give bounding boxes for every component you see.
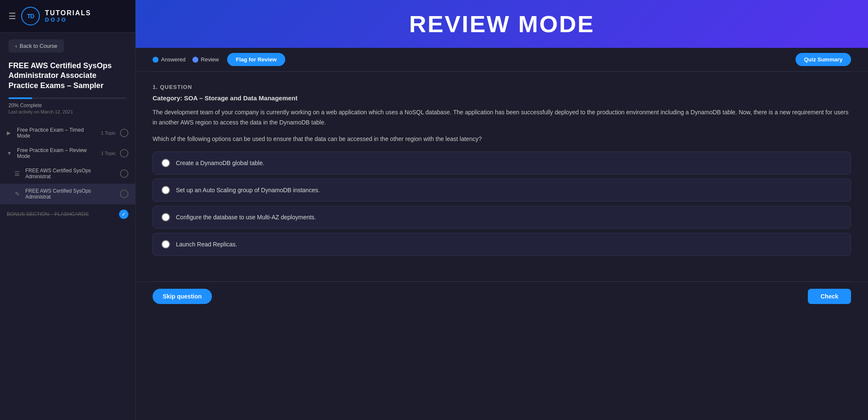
timed-mode-label: Free Practice Exam – Timed Mode [17, 127, 97, 139]
subitem-edit-label: FREE AWS Certified SysOps Administrat [25, 188, 116, 200]
skip-question-button[interactable]: Skip question [153, 289, 212, 304]
edit-icon: ✎ [14, 190, 21, 198]
option-b[interactable]: Set up an Auto Scaling group of DynamoDB… [153, 179, 851, 202]
back-button-label: Back to Course [19, 43, 57, 49]
sidebar: ☰ TD TUTORIALS DOJO ‹ Back to Course FRE… [0, 0, 136, 420]
quiz-toolbar: Answered Review Flag for Review Quiz Sum… [136, 48, 868, 72]
sidebar-header: ☰ TD TUTORIALS DOJO [0, 0, 135, 33]
sidebar-item-timed-mode[interactable]: ▶ Free Practice Exam – Timed Mode 1 Topi… [0, 123, 135, 143]
course-title: FREE AWS Certified SysOps Administrator … [0, 56, 135, 94]
bonus-section[interactable]: BONUS SECTION – FLASHCARDS ✓ [0, 204, 135, 224]
progress-label: 20% Complete [8, 102, 127, 108]
progress-section: 20% Complete Last activity on March 12, … [0, 94, 135, 121]
sidebar-subitem-edit[interactable]: ✎ FREE AWS Certified SysOps Administrat [0, 184, 135, 204]
bonus-check-icon: ✓ [119, 210, 128, 219]
logo-circle: TD [21, 7, 40, 25]
review-mode-title: REVIEW MODE [153, 10, 851, 38]
quiz-footer: Skip question Check [136, 282, 868, 311]
answered-dot [153, 57, 159, 63]
sidebar-nav: ▶ Free Practice Exam – Timed Mode 1 Topi… [0, 121, 135, 420]
answer-options: Create a DynamoDB global table. Set up a… [153, 152, 851, 256]
hamburger-icon[interactable]: ☰ [8, 11, 16, 21]
main-content: REVIEW MODE Answered Review Flag for Rev… [136, 0, 868, 420]
sidebar-subitem-list[interactable]: ☰ FREE AWS Certified SysOps Administrat [0, 163, 135, 184]
toolbar-left: Answered Review Flag for Review [153, 53, 285, 66]
review-dot [192, 57, 198, 63]
review-mode-banner: REVIEW MODE [136, 0, 868, 48]
option-c-radio [161, 213, 170, 221]
option-c-text: Configure the database to use Multi-AZ d… [176, 214, 316, 221]
option-a-text: Create a DynamoDB global table. [176, 160, 264, 166]
logo-line1: TUTORIALS [45, 9, 91, 17]
question-body: The development team of your company is … [153, 108, 851, 128]
collapsed-icon: ▶ [7, 130, 13, 136]
legend-row: Answered Review [153, 56, 219, 63]
progress-bar-background [8, 97, 127, 99]
quiz-summary-button[interactable]: Quiz Summary [796, 53, 851, 66]
logo-initials: TD [27, 13, 34, 19]
review-mode-label: Free Practice Exam – Review Mode [17, 147, 97, 159]
back-arrow-icon: ‹ [15, 43, 17, 49]
back-to-course-button[interactable]: ‹ Back to Course [8, 39, 64, 52]
option-b-text: Set up an Auto Scaling group of DynamoDB… [176, 187, 320, 193]
quiz-area: Answered Review Flag for Review Quiz Sum… [136, 48, 868, 420]
timed-mode-radio [120, 129, 128, 137]
progress-bar-fill [8, 97, 32, 99]
logo-text: TUTORIALS DOJO [45, 9, 91, 23]
question-prompt: Which of the following options can be us… [153, 135, 851, 142]
option-c[interactable]: Configure the database to use Multi-AZ d… [153, 206, 851, 229]
question-category: Category: SOA – Storage and Data Managem… [153, 94, 851, 102]
expanded-icon: ▼ [7, 150, 13, 156]
review-label: Review [201, 56, 219, 63]
subitem-list-label: FREE AWS Certified SysOps Administrat [25, 168, 116, 180]
timed-topic-count: 1 Topic [101, 130, 116, 135]
legend-answered: Answered [153, 56, 186, 63]
back-button-container: ‹ Back to Course [8, 39, 127, 52]
option-b-radio [161, 186, 170, 194]
option-d[interactable]: Launch Read Replicas. [153, 233, 851, 256]
option-a-radio [161, 159, 170, 167]
legend-review: Review [192, 56, 219, 63]
question-area: 1. QUESTION Category: SOA – Storage and … [136, 72, 868, 281]
bonus-label: BONUS SECTION – FLASHCARDS [7, 211, 115, 217]
option-a[interactable]: Create a DynamoDB global table. [153, 152, 851, 174]
review-mode-radio [120, 149, 128, 158]
question-number: 1. QUESTION [153, 84, 851, 90]
flag-review-button[interactable]: Flag for Review [227, 53, 285, 66]
review-topic-count: 1 Topic [101, 151, 116, 156]
check-button[interactable]: Check [808, 289, 851, 304]
list-icon: ☰ [14, 170, 21, 177]
last-activity: Last activity on March 12, 2021 [8, 109, 127, 114]
option-d-radio [161, 240, 170, 249]
sidebar-item-review-mode[interactable]: ▼ Free Practice Exam – Review Mode 1 Top… [0, 143, 135, 163]
subitem-edit-radio [120, 190, 128, 198]
answered-label: Answered [161, 56, 186, 63]
logo-line2: DOJO [45, 17, 91, 23]
subitem-list-radio [120, 169, 128, 178]
option-d-text: Launch Read Replicas. [176, 241, 237, 248]
